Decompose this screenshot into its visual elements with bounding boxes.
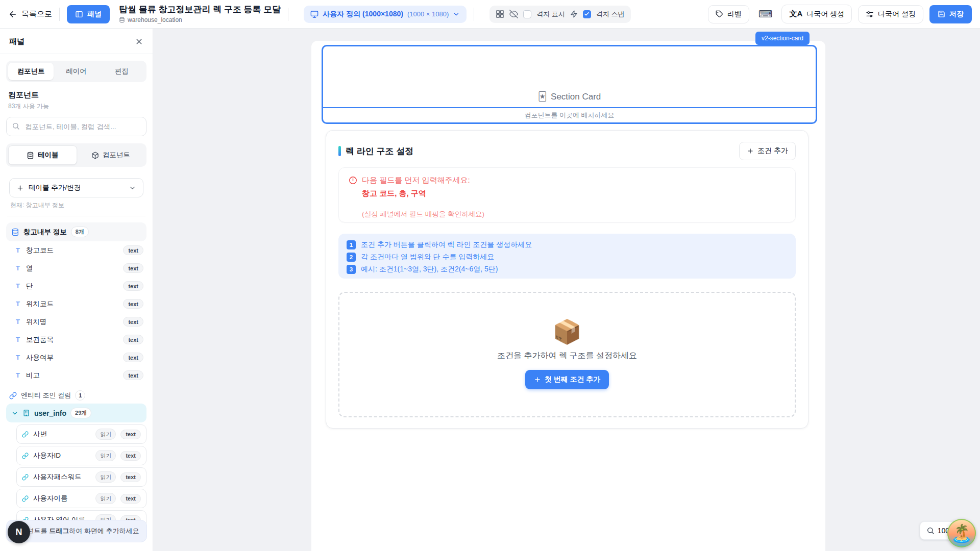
monitor-icon: [310, 10, 318, 18]
field-row[interactable]: T 위치명 text: [6, 313, 146, 331]
title-accent-bar: [338, 146, 341, 156]
step-row: 2 각 조건마다 열 범위와 단 수를 입력하세요: [347, 253, 788, 262]
alert-circle-icon: [349, 176, 357, 185]
add-table-button[interactable]: 테이블 추가/변경: [9, 178, 143, 197]
bolt-icon: [570, 10, 578, 18]
keyboard-shortcuts-button[interactable]: ⌨: [755, 6, 775, 22]
steps-info-box: 1 조건 추가 버튼을 클릭하여 렉 라인 조건을 생성하세요 2 각 조건마다…: [338, 234, 796, 279]
rack-card-title: 렉 라인 구조 설정: [346, 145, 739, 157]
mode-switch: 테이블 컴포넌트: [6, 143, 146, 167]
entity-join-section-header: 엔티티 조인 컬럼 1: [9, 390, 143, 400]
building-icon: [22, 409, 30, 417]
join-field-row[interactable]: 사용자ID 읽기 text: [16, 446, 146, 465]
chevron-down-icon: [453, 11, 460, 18]
plus-icon: [534, 376, 541, 383]
back-label: 목록으로: [21, 9, 52, 19]
drop-zone[interactable]: 컴포넌트를 이곳에 배치하세요: [323, 107, 816, 122]
type-badge: text: [123, 263, 143, 273]
editor-canvas[interactable]: v2-section-card 🃏 Section Card 컴포넌트를 이곳에…: [153, 29, 980, 551]
sliders-icon: [866, 10, 874, 18]
n-floating-badge[interactable]: N: [8, 521, 30, 543]
field-row[interactable]: T 창고코드 text: [6, 241, 146, 259]
step-number: 1: [347, 240, 356, 249]
text-type-icon: T: [14, 318, 21, 325]
divider: [288, 8, 288, 21]
type-badge: text: [120, 494, 141, 504]
warning-fields: 창고 코드, 층, 구역: [362, 189, 786, 198]
text-type-icon: T: [14, 371, 21, 379]
grid-show-checkbox[interactable]: [523, 10, 531, 18]
section-card-label: Section Card: [551, 92, 601, 102]
type-badge: text: [123, 317, 143, 327]
join-field-row[interactable]: 사용자패스워드 읽기 text: [16, 467, 146, 487]
viewport-select[interactable]: 사용자 정의 (1000×1080) (1000 × 1080): [304, 6, 467, 23]
translate-icon: 文A: [789, 9, 802, 19]
link-icon: [22, 474, 29, 481]
magnifier-icon: [926, 527, 935, 535]
components-available-count: 83개 사용 가능: [8, 102, 144, 111]
join-table-count: 29개: [70, 408, 91, 418]
join-field-row[interactable]: 사용자이름 읽기 text: [16, 489, 146, 508]
type-badge: text: [123, 353, 143, 362]
tab-edit[interactable]: 편집: [99, 63, 144, 80]
components-heading: 컴포넌트: [8, 90, 144, 100]
keyboard-icon: ⌨: [758, 9, 772, 19]
add-first-condition-button[interactable]: 첫 번째 조건 추가: [525, 370, 609, 389]
field-row[interactable]: T 보관품목 text: [6, 331, 146, 348]
panel-toggle-button[interactable]: 패널: [67, 5, 110, 23]
type-badge: text: [120, 430, 141, 439]
label-button[interactable]: 라벨: [708, 5, 749, 23]
field-row[interactable]: T 단 text: [6, 277, 146, 295]
warning-title: 다음 필드를 먼저 입력해주세요:: [362, 176, 470, 185]
mode-table[interactable]: 테이블: [8, 145, 77, 165]
field-row[interactable]: T 위치코드 text: [6, 295, 146, 313]
save-button[interactable]: 저장: [929, 5, 972, 23]
tab-layers[interactable]: 레이어: [54, 63, 99, 80]
step-row: 1 조건 추가 버튼을 클릭하여 렉 라인 조건을 생성하세요: [347, 240, 788, 249]
i18n-settings-button[interactable]: 다국어 설정: [858, 5, 923, 23]
tag-icon: [716, 10, 723, 18]
required-fields-warning: 다음 필드를 먼저 입력해주세요: 창고 코드, 층, 구역 (설정 패널에서 …: [338, 167, 796, 222]
mode-component[interactable]: 컴포넌트: [77, 145, 145, 165]
join-table-header[interactable]: user_info 29개: [6, 404, 146, 422]
panel-tabs: 컴포넌트 레이어 편집: [6, 61, 146, 82]
database-icon: [27, 152, 34, 159]
i18n-generate-button[interactable]: 文A 다국어 생성: [781, 5, 852, 23]
section-card-component[interactable]: 🃏 Section Card 컴포넌트를 이곳에 배치하세요: [322, 45, 817, 124]
back-to-list-button[interactable]: 목록으로: [8, 9, 52, 19]
arrow-left-icon: [8, 10, 17, 19]
step-row: 3 예시: 조건1(1~3열, 3단), 조건2(4~6열, 5단): [347, 265, 788, 274]
chevron-down-icon: [129, 184, 136, 192]
field-row[interactable]: T 사용여부 text: [6, 348, 146, 366]
search-input[interactable]: [6, 117, 146, 136]
type-badge: text: [123, 245, 143, 255]
field-row[interactable]: T 열 text: [6, 259, 146, 277]
tab-components[interactable]: 컴포넌트: [8, 63, 54, 80]
viewport-size: (1000 × 1080): [407, 10, 449, 18]
divider: [474, 8, 474, 21]
readonly-badge: 읽기: [95, 429, 116, 440]
grid-show-label: 격자 표시: [536, 10, 565, 19]
text-type-icon: T: [14, 354, 21, 361]
close-icon[interactable]: [135, 37, 143, 46]
join-field-row[interactable]: 사번 읽기 text: [16, 424, 146, 444]
text-type-icon: T: [14, 282, 21, 290]
database-icon: [11, 228, 19, 236]
chevron-down-icon: [11, 410, 18, 417]
field-row[interactable]: T 비고 text: [6, 366, 146, 384]
add-condition-button[interactable]: 조건 추가: [739, 142, 796, 160]
type-badge: text: [123, 335, 143, 344]
step-number: 3: [347, 265, 356, 274]
type-badge: text: [120, 451, 141, 461]
eye-off-icon: [509, 10, 518, 18]
island-sticker[interactable]: 🏝️: [947, 519, 976, 547]
grid-snap-checkbox[interactable]: [583, 10, 591, 18]
grid-controls: 격자 표시 격자 스냅: [489, 6, 630, 23]
component-panel: 패널 컴포넌트 레이어 편집 컴포넌트 83개 사용 가능 테이블: [0, 29, 153, 551]
table-group-header[interactable]: 창고내부 정보 8개: [6, 222, 146, 241]
type-badge: text: [123, 370, 143, 380]
readonly-badge: 읽기: [95, 471, 116, 483]
island-icon: 🏝️: [951, 523, 972, 543]
readonly-badge: 읽기: [95, 493, 116, 504]
page-title-block: 탑씰 물류 창고정보관리 렉 구조 등록 모달 warehouse_locati…: [119, 5, 281, 23]
